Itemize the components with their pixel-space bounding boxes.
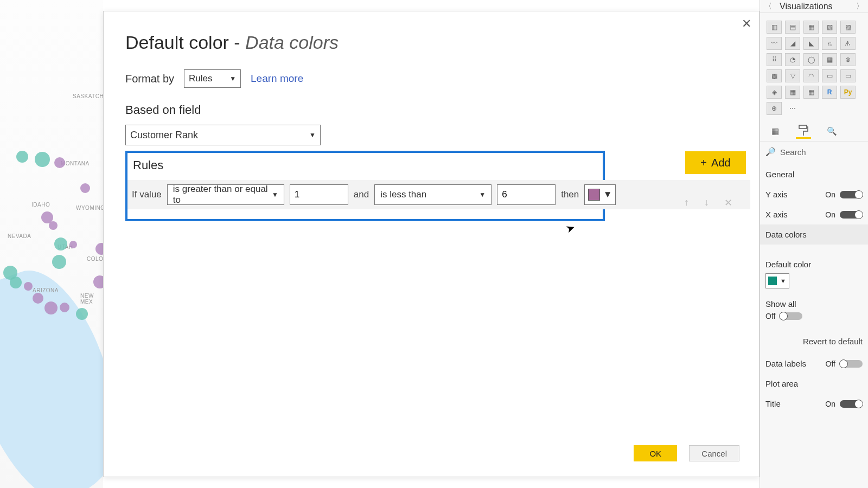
- viz-multi-card-icon[interactable]: ▭: [840, 69, 856, 82]
- map-bubble: [52, 255, 66, 269]
- map-label: IDAHO: [31, 202, 50, 208]
- viz-donut-icon[interactable]: ◯: [803, 53, 819, 66]
- viz-globe-icon[interactable]: ⊕: [767, 102, 782, 115]
- ok-button[interactable]: OK: [634, 445, 677, 461]
- learn-more-link[interactable]: Learn more: [251, 73, 303, 85]
- rule-value-2-input[interactable]: [497, 184, 556, 205]
- chevron-down-icon: ▼: [479, 191, 486, 198]
- svg-rect-0: [799, 125, 807, 129]
- viz-matrix-icon[interactable]: ▦: [803, 86, 819, 99]
- map-label: SASKATCH: [73, 93, 103, 99]
- viz-clustered-bar-icon[interactable]: ▦: [803, 21, 819, 34]
- chevron-down-icon: ▼: [309, 131, 316, 139]
- rule-value-1-input[interactable]: [290, 184, 348, 205]
- then-label: then: [561, 189, 579, 200]
- viz-treemap-icon[interactable]: ▦: [822, 53, 837, 66]
- title-subtext: Data colors: [245, 32, 339, 53]
- viz-stacked-area-icon[interactable]: ◣: [803, 37, 819, 50]
- viz-clustered-column-icon[interactable]: ▧: [822, 21, 837, 34]
- viz-more-icon[interactable]: ⋯: [785, 102, 800, 115]
- rule-operator-2-value: is less than: [380, 189, 426, 200]
- format-by-row: Format by Rules ▼ Learn more: [125, 69, 737, 88]
- fields-tab[interactable]: ▦: [768, 124, 783, 139]
- map-bubble: [49, 221, 58, 230]
- format-showall-section: Show all Off: [760, 296, 868, 337]
- rule-operator-1-select[interactable]: is greater than or equal to ▼: [167, 184, 284, 205]
- map-bubble: [33, 293, 43, 304]
- format-item-plot-area[interactable]: Plot area: [765, 374, 863, 394]
- viz-kpi-icon[interactable]: ◈: [767, 86, 782, 99]
- format-search-row: 🔎 Search: [760, 142, 868, 162]
- viz-r-icon[interactable]: R: [822, 86, 837, 99]
- add-rule-button[interactable]: + Add: [685, 151, 746, 174]
- toggle-yaxis[interactable]: [840, 191, 863, 198]
- toggle-xaxis[interactable]: [840, 211, 863, 219]
- format-by-label: Format by: [125, 73, 174, 85]
- cancel-label: Cancel: [701, 449, 727, 458]
- map-preview: SASKATCH MONTANA IDAHO WYOMING NEVADA UT…: [0, 0, 103, 488]
- format-by-select[interactable]: Rules ▼: [184, 69, 241, 88]
- map-label: NEW MEX: [80, 293, 103, 305]
- viz-waterfall-icon[interactable]: ⩚: [840, 37, 856, 50]
- rule-color-picker[interactable]: ▼: [584, 184, 616, 205]
- viz-filled-map-icon[interactable]: ▩: [767, 69, 782, 82]
- format-item-title[interactable]: Title On: [765, 394, 863, 414]
- viz-stacked-column-icon[interactable]: ▤: [785, 21, 800, 34]
- toggle-state-label: On: [825, 190, 835, 199]
- format-item-data-colors[interactable]: Data colors: [760, 224, 868, 245]
- color-swatch: [768, 277, 777, 285]
- viz-python-icon[interactable]: Py: [840, 86, 856, 99]
- search-placeholder[interactable]: Search: [780, 147, 806, 157]
- default-color-picker[interactable]: ▼: [765, 273, 789, 288]
- map-bubble: [35, 152, 50, 167]
- rules-heading: Rules: [133, 158, 597, 172]
- toggle-wrap: On: [825, 210, 863, 219]
- toggle-wrap: Off: [765, 312, 802, 320]
- viz-line-icon[interactable]: 〰: [767, 37, 782, 50]
- format-item-data-labels[interactable]: Data labels Off: [765, 354, 863, 374]
- viz-area-icon[interactable]: ◢: [785, 37, 800, 50]
- viz-100-stacked-icon[interactable]: ▨: [840, 21, 856, 34]
- move-down-icon[interactable]: ↓: [704, 197, 709, 209]
- color-swatch: [588, 189, 600, 201]
- map-bubble: [16, 151, 28, 163]
- format-item-general[interactable]: General: [765, 164, 863, 184]
- ok-label: OK: [649, 449, 661, 458]
- viz-type-grid: ▥ ▤ ▦ ▧ ▨ 〰 ◢ ◣ ⎌ ⩚ ⠿ ◔ ◯ ▦ ⊚ ▩ ▽ ◠ ▭ ▭ …: [760, 13, 868, 120]
- chevron-down-icon: ▼: [272, 191, 278, 198]
- toggle-data-labels[interactable]: [840, 360, 863, 368]
- map-bubble: [69, 241, 77, 248]
- viz-map-icon[interactable]: ⊚: [840, 53, 856, 66]
- dialog-title: Default color - Data colors: [125, 32, 737, 53]
- rule-operator-2-select[interactable]: is less than ▼: [374, 184, 492, 205]
- format-options-list: General Y axis On X axis On Data colors: [760, 162, 868, 255]
- viz-gauge-icon[interactable]: ◠: [803, 69, 819, 82]
- map-bubble: [76, 308, 88, 320]
- format-tab[interactable]: [796, 124, 811, 139]
- toggle-showall[interactable]: [780, 312, 802, 320]
- move-up-icon[interactable]: ↑: [684, 197, 689, 209]
- map-bubble: [93, 275, 103, 288]
- default-color-label: Default color: [765, 260, 863, 269]
- viz-scatter-icon[interactable]: ⠿: [767, 53, 782, 66]
- close-button[interactable]: ✕: [742, 17, 751, 31]
- viz-funnel-icon[interactable]: ▽: [785, 69, 800, 82]
- toggle-title[interactable]: [840, 400, 863, 408]
- viz-ribbon-icon[interactable]: ⎌: [822, 37, 837, 50]
- format-item-yaxis[interactable]: Y axis On: [765, 184, 863, 204]
- cancel-button[interactable]: Cancel: [689, 445, 739, 461]
- viz-stacked-bar-icon[interactable]: ▥: [767, 21, 782, 34]
- viz-pie-icon[interactable]: ◔: [785, 53, 800, 66]
- based-on-field-select[interactable]: Customer Rank ▼: [125, 125, 321, 145]
- analytics-tab[interactable]: 🔍: [824, 124, 839, 139]
- chevron-right-icon[interactable]: 〉: [856, 2, 864, 11]
- chevron-down-icon: ▼: [780, 278, 786, 284]
- viz-table-icon[interactable]: ▦: [785, 86, 800, 99]
- visualizations-pane: 〈 Visualizations 〉 ▥ ▤ ▦ ▧ ▨ 〰 ◢ ◣ ⎌ ⩚ ⠿…: [760, 0, 868, 488]
- delete-rule-icon[interactable]: ✕: [724, 197, 732, 209]
- revert-to-default-link[interactable]: Revert to default: [760, 337, 868, 354]
- format-item-xaxis[interactable]: X axis On: [765, 204, 863, 224]
- chevron-left-icon[interactable]: 〈: [764, 2, 772, 11]
- map-bubble: [54, 237, 67, 251]
- viz-card-icon[interactable]: ▭: [822, 69, 837, 82]
